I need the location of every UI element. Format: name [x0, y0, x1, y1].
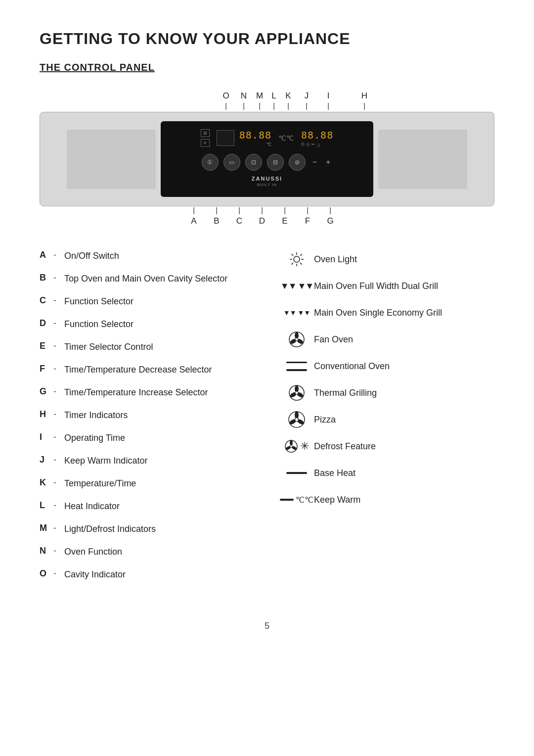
diagram-letter-L: L — [267, 91, 281, 101]
list-item: A - On/Off Switch — [40, 250, 255, 266]
defrost-icon: ✳ — [279, 439, 314, 453]
diagram-letter-H: H — [357, 91, 372, 101]
control-panel-inner: ⊞ ✳ 88.88 ℃ ℃℃ 88.88 ©⊙⊢△ — [161, 121, 373, 197]
list-item: O - Cavity Indicator — [40, 568, 255, 584]
parts-left-column: A - On/Off Switch B - Top Oven and Main … — [40, 250, 265, 591]
control-panel-diagram: O N M L K J I H | | | | | | | | ⊞ — [40, 91, 494, 226]
btn-A[interactable]: ① — [202, 154, 219, 171]
pizza-icon — [279, 411, 314, 428]
diagram-letter-O: O — [217, 91, 235, 101]
list-item: C - Function Selector — [40, 295, 255, 311]
svg-point-23 — [295, 418, 299, 422]
sun-icon — [279, 252, 314, 267]
dual-grill-icon: ▼▼ ▼▼ — [279, 281, 314, 291]
btn-C[interactable]: ⊡ — [245, 154, 262, 171]
list-item: I - Operating Time — [40, 432, 255, 448]
icon-row-keep-warm: ℃℃ Keep Warm — [279, 490, 494, 509]
diagram-letter-N: N — [235, 91, 252, 101]
icon-row-pizza: Pizza — [279, 410, 494, 429]
single-grill-icon: ▼▼ ▼▼ — [279, 309, 314, 317]
fan-oven-icon — [279, 331, 314, 348]
keep-warm-icon: ℃℃ — [279, 495, 314, 505]
svg-line-7 — [300, 254, 302, 256]
base-heat-icon — [279, 472, 314, 474]
diagram-letter-G: G — [319, 216, 342, 226]
section-title: THE CONTROL PANEL — [40, 62, 494, 73]
list-item: E - Timer Selector Control — [40, 341, 255, 357]
list-item: F - Time/Temperature Decrease Selector — [40, 364, 255, 379]
diagram-letter-J: J — [296, 91, 317, 101]
list-item: J - Keep Warm Indicator — [40, 455, 255, 471]
svg-line-8 — [291, 263, 293, 265]
diagram-letter-M: M — [252, 91, 267, 101]
diagram-letter-K: K — [281, 91, 296, 101]
diagram-letter-D: D — [251, 216, 273, 226]
page-title: GETTING TO KNOW YOUR APPLIANCE — [40, 30, 494, 48]
parts-right-column: Oven Light ▼▼ ▼▼ Main Oven Full Width Du… — [265, 250, 494, 591]
list-item: N - Oven Function — [40, 546, 255, 562]
diagram-letter-A: A — [182, 216, 205, 226]
diagram-letter-C: C — [228, 216, 251, 226]
list-item: H - Timer Indicators — [40, 409, 255, 425]
page-number: 5 — [40, 621, 494, 631]
svg-line-5 — [291, 254, 293, 256]
svg-point-29 — [290, 445, 293, 448]
btn-D[interactable]: ⊟ — [267, 154, 284, 171]
list-item: B - Top Oven and Main Oven Cavity Select… — [40, 273, 255, 288]
diagram-spacer — [339, 91, 357, 101]
svg-point-18 — [295, 391, 298, 394]
svg-point-0 — [294, 256, 300, 262]
icon-row-base-heat: Base Heat — [279, 464, 494, 482]
btn-E[interactable]: ⊘ — [289, 154, 306, 171]
diagram-letter-E: E — [273, 216, 296, 226]
btn-B[interactable]: ▭ — [223, 154, 240, 171]
icon-row-fan-oven: Fan Oven — [279, 330, 494, 349]
list-item: D - Function Selector — [40, 318, 255, 334]
control-panel-outer: ⊞ ✳ 88.88 ℃ ℃℃ 88.88 ©⊙⊢△ — [40, 112, 494, 206]
list-item: L - Heat Indicator — [40, 500, 255, 516]
icon-row-thermal-grill: Thermal Grilling — [279, 383, 494, 402]
icon-row-oven-light: Oven Light — [279, 250, 494, 269]
svg-point-13 — [295, 338, 298, 341]
thermal-grill-icon — [279, 384, 314, 401]
icon-row-dual-grill: ▼▼ ▼▼ Main Oven Full Width Dual Grill — [279, 277, 494, 295]
icon-row-single-grill: ▼▼ ▼▼ Main Oven Single Economy Grill — [279, 303, 494, 322]
diagram-letter-B: B — [205, 216, 228, 226]
list-item: G - Time/Temperature Increase Selector — [40, 386, 255, 402]
icon-row-defrost: ✳ Defrost Feature — [279, 437, 494, 456]
svg-line-6 — [300, 263, 302, 265]
diagram-letter-I: I — [317, 91, 339, 101]
diagram-letter-F: F — [296, 216, 319, 226]
list-item: M - Light/Defrost Indicators — [40, 523, 255, 539]
icon-row-conventional: Conventional Oven — [279, 357, 494, 376]
conventional-icon — [279, 362, 314, 371]
list-item: K - Temperature/Time — [40, 477, 255, 493]
parts-section: A - On/Off Switch B - Top Oven and Main … — [40, 250, 494, 591]
